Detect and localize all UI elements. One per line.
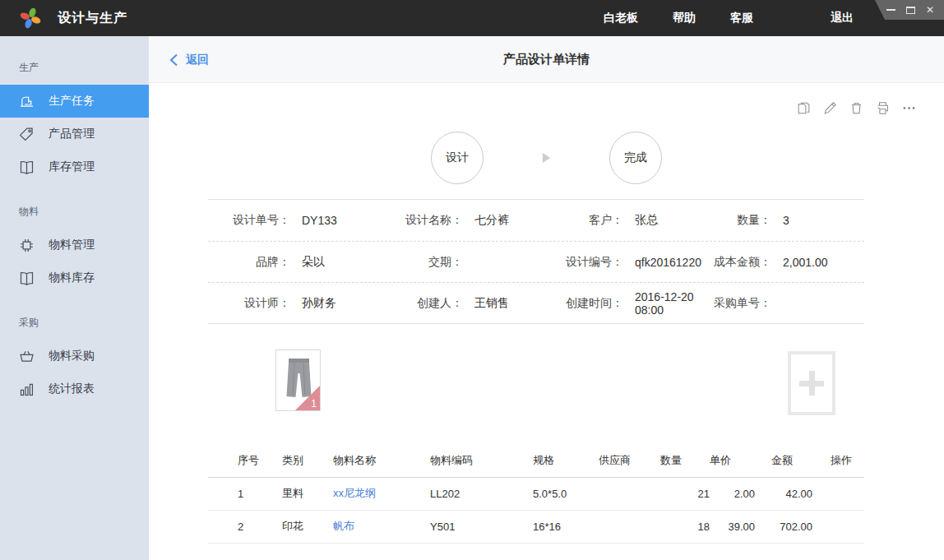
field-label: 客户： xyxy=(549,213,623,228)
sidebar-item-label: 生产任务 xyxy=(49,94,95,109)
app-title: 设计与生产 xyxy=(58,10,127,27)
more-icon[interactable] xyxy=(901,100,917,116)
material-name-link[interactable]: xx尼龙纲 xyxy=(333,487,376,499)
col-price: 单价 xyxy=(710,444,771,477)
sidebar-item-label: 库存管理 xyxy=(49,160,95,174)
sidebar-item-label: 物料采购 xyxy=(49,349,95,363)
col-operation: 操作 xyxy=(831,444,864,477)
sidebar-item-material-purchasing[interactable]: 物料采购 xyxy=(0,340,149,373)
field-label: 成本金额： xyxy=(714,255,771,270)
book-icon xyxy=(18,159,35,176)
materials-table: 序号 类别 物料名称 物料编码 规格 供应商 数量 单价 金额 操作 1 里料 … xyxy=(208,444,864,544)
basket-icon xyxy=(18,348,35,365)
copy-icon[interactable] xyxy=(796,100,812,116)
sidebar-section-materials: 物料 xyxy=(0,183,149,229)
cell-supplier xyxy=(599,510,660,543)
topbar-user[interactable]: 白老板 xyxy=(604,11,638,25)
field-label: 设计单号： xyxy=(208,213,290,228)
col-qty: 数量 xyxy=(660,444,710,477)
field-row: 品牌：朵以 交期： 设计编号：qfk20161220 成本金额：2,001.00 xyxy=(208,241,864,282)
add-image-button[interactable] xyxy=(788,351,835,415)
col-seq: 序号 xyxy=(208,444,282,477)
col-material-name: 物料名称 xyxy=(333,444,430,477)
sidebar-item-label: 物料库存 xyxy=(49,271,95,285)
cell-category: 里料 xyxy=(282,477,333,510)
cell-operation xyxy=(831,510,864,543)
sidebar-section-production: 生产 xyxy=(0,53,149,85)
field-row: 设计单号：DY133 设计名称：七分裤 客户：张总 数量：3 xyxy=(208,200,864,241)
cell-price: 39.00 xyxy=(710,510,771,543)
cell-category: 印花 xyxy=(282,510,333,543)
minimize-icon[interactable] xyxy=(886,9,895,11)
page-header: 返回 产品设计单详情 xyxy=(149,36,944,83)
table-row: 2 印花 帆布 Y501 16*16 18 39.00 702.00 xyxy=(208,510,864,543)
edit-icon[interactable] xyxy=(822,100,838,116)
book-icon xyxy=(18,270,35,287)
field-value: 七分裤 xyxy=(474,213,509,228)
col-category: 类别 xyxy=(282,444,333,477)
col-amount: 金额 xyxy=(771,444,831,477)
cell-seq: 1 xyxy=(208,477,282,510)
sidebar-item-material-management[interactable]: 物料管理 xyxy=(0,229,149,261)
cell-spec: 16*16 xyxy=(533,510,599,543)
window-controls: ✕ xyxy=(875,0,944,20)
print-icon[interactable] xyxy=(875,100,891,116)
sidebar-item-product-management[interactable]: 产品管理 xyxy=(0,118,149,150)
cell-seq: 2 xyxy=(208,510,282,543)
topbar-help[interactable]: 帮助 xyxy=(673,11,696,25)
table-row: 1 里料 xx尼龙纲 LL202 5.0*5.0 21 2.00 42.00 xyxy=(208,477,864,510)
field-label: 交期： xyxy=(377,255,463,270)
sidebar-item-label: 产品管理 xyxy=(49,127,95,141)
cell-amount: 42.00 xyxy=(771,477,831,510)
sidebar-item-label: 统计报表 xyxy=(49,382,95,396)
field-label: 采购单号： xyxy=(714,296,771,311)
field-value: 2016-12-20 08:00 xyxy=(635,290,714,317)
sidebar-item-production-tasks[interactable]: 生产任务 xyxy=(0,85,149,118)
field-value: 3 xyxy=(783,214,789,227)
col-material-code: 物料编码 xyxy=(430,444,533,477)
col-spec: 规格 xyxy=(533,444,599,477)
sidebar-item-label: 物料管理 xyxy=(49,238,95,252)
delete-icon[interactable] xyxy=(849,100,864,116)
status-workflow: 设计 完成 xyxy=(149,132,944,184)
sidebar-item-statistics-reports[interactable]: 统计报表 xyxy=(0,373,149,405)
col-supplier: 供应商 xyxy=(599,444,660,477)
field-value: qfk20161220 xyxy=(635,256,701,269)
detail-fields: 设计单号：DY133 设计名称：七分裤 客户：张总 数量：3 品牌：朵以 交期：… xyxy=(208,199,864,324)
workflow-step-complete: 完成 xyxy=(609,132,662,184)
cell-spec: 5.0*5.0 xyxy=(533,477,599,510)
cell-code: Y501 xyxy=(430,510,533,543)
cell-code: LL202 xyxy=(430,477,533,510)
tag-icon xyxy=(18,126,35,143)
chip-icon xyxy=(18,237,35,254)
field-value: 孙财务 xyxy=(302,296,336,311)
content: 设计 完成 设计单号：DY133 设计名称：七分裤 客户：张总 数量：3 品牌：… xyxy=(149,83,944,544)
material-name-link[interactable]: 帆布 xyxy=(333,520,354,532)
field-value: 张总 xyxy=(635,213,658,228)
sidebar-item-inventory-management[interactable]: 库存管理 xyxy=(0,150,149,183)
sewing-machine-icon xyxy=(18,93,35,110)
topbar-menu: 白老板 帮助 客服 退出 xyxy=(604,11,854,25)
sidebar-section-purchasing: 采购 xyxy=(0,294,149,340)
page-title: 产品设计单详情 xyxy=(149,36,944,83)
app-logo-pinwheel-icon xyxy=(18,6,43,30)
bar-chart-icon xyxy=(18,381,35,398)
field-label: 品牌： xyxy=(208,255,290,270)
field-label: 创建人： xyxy=(377,296,463,311)
field-value: DY133 xyxy=(302,214,337,227)
maximize-icon[interactable] xyxy=(906,7,915,14)
design-image-thumbnail[interactable]: 1 xyxy=(275,349,321,411)
topbar-support[interactable]: 客服 xyxy=(730,11,753,25)
close-icon[interactable]: ✕ xyxy=(926,5,934,15)
cell-operation xyxy=(831,477,864,510)
field-label: 创建时间： xyxy=(549,296,623,311)
topbar: 设计与生产 白老板 帮助 客服 退出 ✕ xyxy=(0,0,944,36)
topbar-logout[interactable]: 退出 xyxy=(831,11,854,25)
cell-supplier xyxy=(599,477,660,510)
cell-qty: 18 xyxy=(660,510,710,543)
workflow-arrow-icon xyxy=(543,153,550,163)
sidebar: 生产 生产任务 产品管理 库存管理 物料 物料管理 物料库存 采购 xyxy=(0,36,149,560)
sidebar-item-material-inventory[interactable]: 物料库存 xyxy=(0,261,149,294)
cell-qty: 21 xyxy=(660,477,710,510)
table-header-row: 序号 类别 物料名称 物料编码 规格 供应商 数量 单价 金额 操作 xyxy=(208,444,864,477)
